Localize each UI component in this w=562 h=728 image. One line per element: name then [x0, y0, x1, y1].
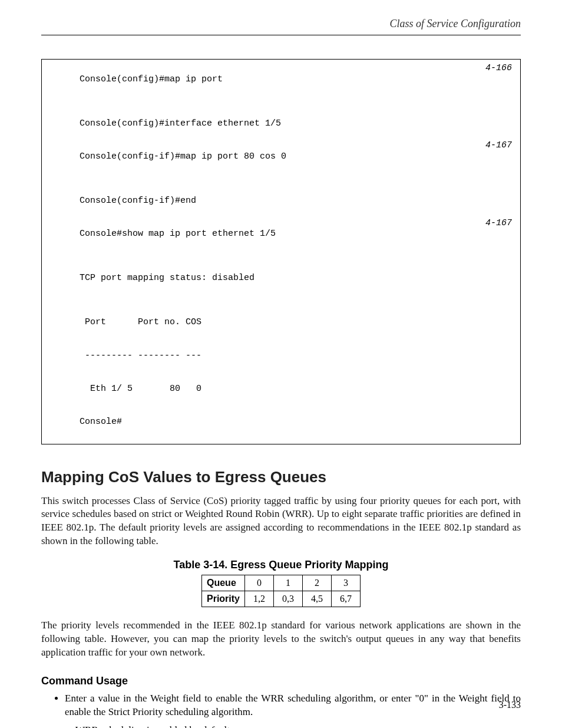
sub-item: -WRR scheduling is enabled by default.	[75, 724, 521, 728]
console-line: Console(config-if)#end	[48, 185, 514, 218]
console-line: Console(config)#interface ethernet 1/5	[48, 107, 514, 140]
dash-icon: -	[70, 724, 75, 728]
bullet-text: Enter a value in the Weight field to ena…	[65, 693, 521, 717]
table-row-label: Priority	[201, 591, 244, 607]
page-number: 3-133	[499, 700, 521, 710]
console-text: Eth 1/ 5 80 0	[80, 384, 201, 394]
console-text: Console(config)#map ip port	[80, 74, 223, 84]
table-row: Queue 0 1 2 3	[201, 575, 360, 591]
list-item: Enter a value in the Weight field to ena…	[65, 692, 521, 728]
console-line: Console(config-if)#map ip port 80 cos 0 …	[48, 140, 514, 185]
console-text: Console(config)#interface ethernet 1/5	[80, 118, 281, 129]
console-line: Port Port no. COS	[48, 307, 514, 340]
sub-text: WRR scheduling is enabled by default.	[75, 724, 232, 728]
console-output: Console(config)#map ip port 4-166 Consol…	[41, 59, 521, 444]
console-line: Console(config)#map ip port 4-166	[48, 63, 514, 107]
after-table-paragraph: The priority levels recommended in the I…	[41, 619, 521, 660]
console-line: Console#	[48, 406, 514, 439]
console-text: Port Port no. COS	[80, 317, 201, 327]
console-text: Console#show map ip port ethernet 1/5	[80, 229, 276, 239]
table-row: Priority 1,2 0,3 4,5 6,7	[201, 591, 360, 607]
table-cell: 6,7	[332, 591, 361, 607]
console-text: Console#	[80, 417, 122, 427]
table-row-label: Queue	[201, 575, 244, 591]
table-cell: 1	[274, 575, 303, 591]
table-cell: 2	[303, 575, 332, 591]
table-caption: Table 3-14. Egress Queue Priority Mappin…	[41, 559, 521, 571]
page-ref: 4-166	[485, 63, 512, 74]
section-paragraph: This switch processes Class of Service (…	[41, 495, 521, 549]
page: Class of Service Configuration Console(c…	[0, 0, 562, 728]
page-ref: 4-167	[485, 140, 512, 151]
table-cell: 0,3	[274, 591, 303, 607]
table-cell: 3	[332, 575, 361, 591]
egress-queue-table: Queue 0 1 2 3 Priority 1,2 0,3 4,5 6,7	[201, 575, 361, 607]
table-cell: 1,2	[245, 591, 274, 607]
page-ref: 4-167	[485, 218, 512, 229]
console-text: --------- -------- ---	[80, 351, 201, 361]
table-cell: 0	[245, 575, 274, 591]
command-usage-heading: Command Usage	[41, 675, 521, 687]
section-heading: Mapping CoS Values to Egress Queues	[41, 468, 521, 486]
console-text: TCP port mapping status: disabled	[80, 273, 254, 283]
console-line: Console#show map ip port ethernet 1/5 4-…	[48, 218, 514, 262]
running-title: Class of Service Configuration	[390, 18, 521, 30]
console-line: TCP port mapping status: disabled	[48, 262, 514, 295]
section-mapping-cos: Mapping CoS Values to Egress Queues This…	[41, 468, 521, 729]
command-usage-list: Enter a value in the Weight field to ena…	[65, 692, 521, 728]
table-cell: 4,5	[303, 591, 332, 607]
console-line	[48, 295, 514, 307]
console-line: Eth 1/ 5 80 0	[48, 373, 514, 406]
console-line: --------- -------- ---	[48, 340, 514, 373]
console-text: Console(config-if)#end	[80, 196, 196, 206]
console-text: Console(config-if)#map ip port 80 cos 0	[80, 151, 286, 162]
